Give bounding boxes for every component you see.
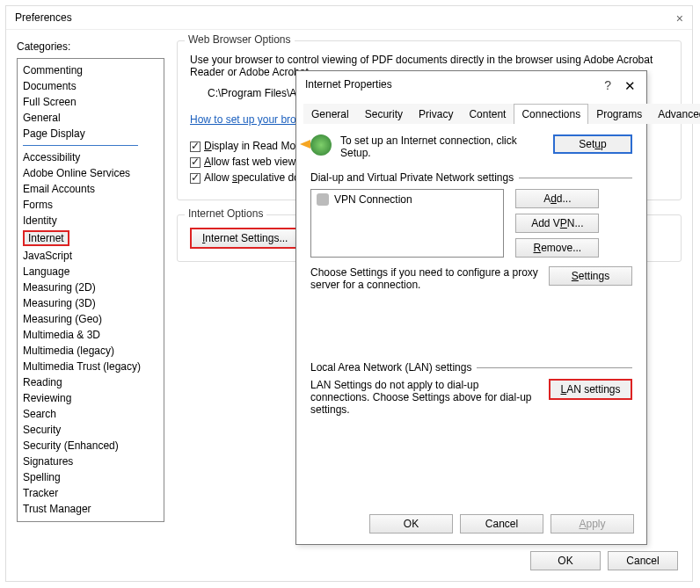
apply-button[interactable]: Apply xyxy=(551,514,634,534)
proxy-text: Choose Settings if you need to configure… xyxy=(310,266,540,291)
window-title: Preferences xyxy=(6,6,692,30)
add-button[interactable]: Add... xyxy=(515,189,599,208)
category-item[interactable]: Adobe Online Services xyxy=(23,165,158,181)
connection-icon xyxy=(317,193,329,206)
category-item[interactable]: Email Accounts xyxy=(23,181,158,197)
categories-list[interactable]: CommentingDocumentsFull ScreenGeneralPag… xyxy=(17,58,164,522)
categories-label: Categories: xyxy=(17,40,164,53)
settings-button[interactable]: Settings xyxy=(549,266,632,286)
category-item[interactable]: Tracker xyxy=(23,485,158,501)
group-legend: Web Browser Options xyxy=(185,33,295,46)
category-item[interactable]: Measuring (Geo) xyxy=(23,311,158,327)
group-legend: Internet Options xyxy=(185,207,266,220)
tab-security[interactable]: Security xyxy=(357,104,411,124)
category-item[interactable]: Full Screen xyxy=(23,94,158,110)
add-vpn-button[interactable]: Add VPN... xyxy=(515,214,599,233)
category-item[interactable]: Multimedia Trust (legacy) xyxy=(23,359,158,374)
category-item[interactable]: General xyxy=(23,110,158,126)
category-item[interactable]: Search xyxy=(23,406,158,422)
category-item[interactable]: Trust Manager xyxy=(23,501,158,517)
category-item[interactable]: Page Display xyxy=(23,126,158,142)
vpn-item-label: VPN Connection xyxy=(334,193,412,206)
category-item[interactable]: Measuring (3D) xyxy=(23,295,158,311)
lan-text: LAN Settings do not apply to dial-up con… xyxy=(310,379,540,416)
vpn-list[interactable]: VPN Connection xyxy=(310,189,504,258)
category-item[interactable]: Accessibility xyxy=(23,149,158,165)
cancel-button[interactable]: Cancel xyxy=(608,551,678,570)
vpn-connection-item[interactable]: VPN Connection xyxy=(317,193,498,206)
tab-advanced[interactable]: Advanced xyxy=(650,104,700,124)
globe-icon xyxy=(310,134,332,156)
remove-button[interactable]: Remove... xyxy=(515,238,599,258)
category-item[interactable]: Multimedia & 3D xyxy=(23,327,158,343)
internet-settings-button[interactable]: Internet Settings... xyxy=(190,228,300,249)
checkbox-icon[interactable] xyxy=(190,173,201,184)
category-item[interactable]: Reading xyxy=(23,374,158,390)
category-item[interactable]: Multimedia (legacy) xyxy=(23,343,158,359)
category-item[interactable]: Internet xyxy=(23,229,158,248)
tab-general[interactable]: General xyxy=(303,104,357,124)
tab-content[interactable]: Content xyxy=(461,104,514,124)
tab-programs[interactable]: Programs xyxy=(588,104,650,124)
category-item[interactable]: Measuring (2D) xyxy=(23,279,158,295)
category-item[interactable]: Language xyxy=(23,264,158,279)
category-separator xyxy=(23,145,138,146)
category-item[interactable]: Documents xyxy=(23,78,158,94)
category-item[interactable]: Reviewing xyxy=(23,390,158,406)
category-item[interactable]: Security (Enhanced) xyxy=(23,438,158,454)
ok-button[interactable]: OK xyxy=(369,514,453,534)
chk-speculative[interactable]: Allow speculative dow xyxy=(204,171,307,184)
category-item[interactable]: Forms xyxy=(23,197,158,213)
chk-read-mode[interactable]: Display in Read Mode xyxy=(204,140,307,152)
tab-privacy[interactable]: Privacy xyxy=(411,104,461,124)
checkbox-icon[interactable] xyxy=(190,142,201,152)
tab-connections[interactable]: Connections xyxy=(514,104,588,124)
ok-button[interactable]: OK xyxy=(530,551,601,570)
lan-label: Local Area Network (LAN) settings xyxy=(310,361,471,374)
setup-text: To set up an Internet connection, click … xyxy=(340,134,544,159)
category-item[interactable]: Spelling xyxy=(23,469,158,485)
lan-settings-button[interactable]: LAN settings xyxy=(549,379,632,400)
dialog-title: Internet Properties xyxy=(296,71,646,98)
chk-fast-web[interactable]: Allow fast web view xyxy=(204,156,295,168)
category-item[interactable]: Signatures xyxy=(23,454,158,469)
dialup-label: Dial-up and Virtual Private Network sett… xyxy=(310,171,514,184)
cancel-button[interactable]: Cancel xyxy=(460,514,543,534)
tab-bar: GeneralSecurityPrivacyContentConnections… xyxy=(303,103,639,124)
help-icon[interactable]: ? xyxy=(604,78,611,92)
checkbox-icon[interactable] xyxy=(190,157,201,168)
internet-properties-dialog: Internet Properties ? ✕ GeneralSecurityP… xyxy=(295,70,647,545)
category-item[interactable]: Security xyxy=(23,422,158,438)
category-item[interactable]: Commenting xyxy=(23,62,158,78)
close-icon[interactable]: ✕ xyxy=(624,78,636,94)
close-icon[interactable]: × xyxy=(676,11,683,25)
category-item[interactable]: Identity xyxy=(23,213,158,229)
setup-button[interactable]: Setup xyxy=(553,134,632,154)
howto-link[interactable]: How to set up your brow xyxy=(190,113,303,126)
category-item[interactable]: JavaScript xyxy=(23,248,158,264)
